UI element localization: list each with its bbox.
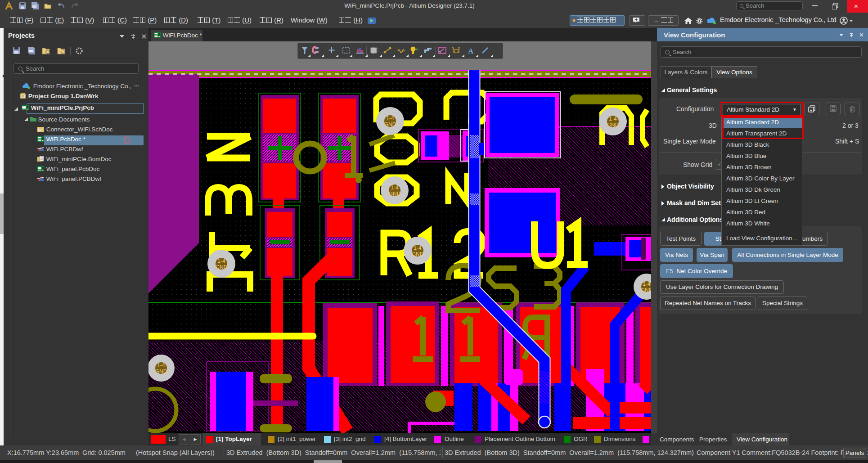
svg-text:1-4: 1-4	[391, 184, 399, 191]
svg-text:GND: GND	[607, 122, 619, 128]
svg-text:1-4: 1-4	[609, 116, 617, 122]
svg-text:GND: GND	[155, 369, 167, 375]
svg-text:1-4: 1-4	[217, 258, 225, 264]
svg-text:1-4: 1-4	[414, 245, 422, 251]
svg-text:GND: GND	[216, 264, 228, 270]
svg-text:1-4: 1-4	[643, 281, 651, 287]
svg-text:A: A	[468, 47, 474, 55]
svg-text:GND: GND	[641, 287, 651, 293]
svg-text:1-4: 1-4	[386, 115, 394, 121]
svg-text:GND: GND	[389, 191, 401, 197]
svg-text:GND: GND	[412, 251, 424, 257]
svg-text:1-4: 1-4	[157, 362, 165, 369]
svg-text:GND: GND	[384, 121, 396, 128]
